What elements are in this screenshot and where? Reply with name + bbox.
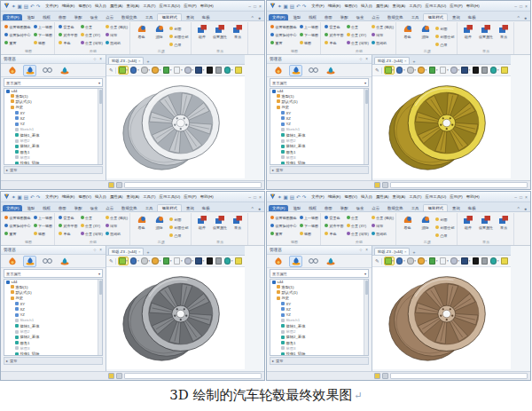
panel-pin-close-icons[interactable]: ⊹ × [359, 57, 369, 61]
open-file-icon[interactable]: ▤ [24, 194, 28, 200]
ribbon-big-button[interactable]: 消隐 [418, 23, 433, 39]
ribbon-big-button[interactable]: 设置属性 [479, 214, 494, 230]
background-black-icon[interactable] [473, 67, 480, 74]
render-display-icon[interactable]: ▾ [130, 257, 139, 265]
tree-item[interactable]: 拉伸1_切除 [270, 161, 368, 165]
ribbon-tab[interactable]: 造型 [23, 205, 38, 211]
document-tab[interactable]: 轮毂.Z3 - [s44] × [108, 57, 144, 64]
status-input-field[interactable] [124, 182, 262, 189]
new-file-icon[interactable]: ✦ [278, 194, 282, 200]
menu-item[interactable]: 文件(F) [311, 194, 324, 199]
ribbon-button[interactable]: 剖面 [435, 25, 455, 32]
shaded-display-icon[interactable]: ▾ [385, 257, 395, 265]
menu-item[interactable]: 工具(T) [143, 4, 155, 8]
ribbon-button[interactable]: 单色 [325, 39, 344, 46]
shaded-display-icon[interactable]: ▾ [119, 67, 129, 75]
ribbon-tab[interactable]: 电极 [199, 205, 214, 211]
ribbon-button[interactable]: 照相机 [106, 230, 128, 237]
ribbon-button[interactable]: 对齐平面 [59, 31, 78, 38]
help-icon[interactable]: ● [258, 206, 261, 211]
ribbon-tab[interactable]: 造型 [289, 14, 304, 20]
help-icon[interactable]: ● [524, 15, 527, 20]
menu-item[interactable]: 文件(F) [311, 4, 324, 8]
replay-bar[interactable]: ▸ 重放 [4, 357, 103, 365]
ribbon-button[interactable]: 缩放 [372, 222, 394, 229]
ribbon-button[interactable]: 全景 (缩放) [81, 230, 103, 237]
ribbon-tab[interactable]: 造型 [23, 14, 38, 20]
section-view-icon[interactable]: ▾ [163, 67, 172, 74]
visual-manager-tab-icon[interactable] [308, 66, 319, 75]
open-file-icon[interactable]: ▤ [290, 194, 294, 200]
globe-view-icon[interactable]: ▾ [490, 257, 499, 265]
ribbon-tab[interactable]: 工具 [142, 205, 157, 211]
menu-item[interactable]: 查询(A) [126, 4, 139, 8]
ribbon-tab[interactable]: 钣金 [353, 205, 368, 211]
ribbon-tab[interactable]: 数据交换 [118, 205, 141, 211]
ribbon-big-button[interactable]: 消隐 [418, 214, 433, 230]
status-filter-icon[interactable] [374, 182, 380, 188]
new-tab-icon[interactable]: + [411, 249, 417, 255]
status-filter-icon[interactable] [374, 373, 380, 379]
tree-scrollbar[interactable] [98, 89, 102, 164]
hidden-line-display-icon[interactable]: ▾ [141, 257, 150, 265]
save-icon[interactable]: ▣ [284, 4, 288, 9]
window-control-icon[interactable]: – [248, 4, 251, 9]
menu-item[interactable]: 应用工具(U) [426, 194, 447, 199]
annotation-icon[interactable]: ▾ [184, 257, 193, 265]
ribbon-tab[interactable]: 点云 [102, 205, 117, 211]
history-manager-tab-icon[interactable] [6, 66, 18, 75]
solid-manager-tab-icon[interactable] [23, 65, 36, 76]
zoom-window-icon[interactable]: ▾ [174, 257, 183, 265]
ribbon-button[interactable]: 全景 (视向) [106, 214, 128, 221]
hidden-line-display-icon[interactable]: ▾ [407, 67, 416, 74]
ribbon-button[interactable]: 设置旋转中心 [270, 222, 297, 229]
ribbon-tab[interactable]: 查询 [183, 14, 198, 20]
ribbon-button[interactable]: 全景 (视向) [372, 23, 394, 30]
model-viewport[interactable] [372, 76, 511, 178]
ribbon-big-button[interactable]: 着色 [134, 23, 149, 39]
ribbon-tab[interactable]: 查询 [449, 14, 464, 20]
ribbon-button[interactable]: 单色 [59, 39, 78, 46]
menu-item[interactable]: 应用工具(U) [160, 194, 181, 199]
redo-icon[interactable]: ↷ [36, 194, 41, 200]
ribbon-big-button[interactable]: 显示 [497, 214, 512, 230]
ribbon-big-button[interactable]: 消隐 [152, 214, 167, 230]
ribbon-button[interactable]: 下一视图 [34, 31, 53, 38]
display-mode-dropdown[interactable]: 显示属性 ▾ [4, 78, 103, 87]
ribbon-tab[interactable]: 曲面 [55, 205, 70, 211]
window-control-icon[interactable]: × [259, 194, 262, 200]
wireframe-display-icon[interactable]: ▾ [418, 257, 426, 265]
display-mode-dropdown[interactable]: 显示属性 ▾ [4, 269, 103, 278]
ribbon-button[interactable]: 凸显 [169, 232, 189, 239]
ribbon-button[interactable]: 缩放 [372, 31, 394, 38]
menu-item[interactable]: 属性(A) [376, 4, 389, 8]
history-manager-tab-icon[interactable] [272, 66, 284, 75]
collapse-ribbon-icon[interactable]: ^ [518, 206, 520, 211]
ribbon-tab[interactable]: 文件(F) [269, 14, 288, 20]
model-viewport[interactable] [106, 267, 245, 369]
history-manager-tab-icon[interactable] [272, 257, 284, 266]
tab-close-icon[interactable]: × [138, 59, 141, 63]
ribbon-tab[interactable]: 装配 [337, 14, 352, 20]
shaded-display-icon[interactable]: ▾ [385, 67, 395, 75]
model-viewport[interactable] [106, 76, 245, 178]
tree-item[interactable]: 拉伸1_切除 [270, 352, 368, 356]
menu-item[interactable]: 应用(P) [184, 4, 197, 8]
ribbon-button[interactable]: 剖面全部 [169, 224, 189, 231]
status-filter-icon[interactable] [108, 373, 114, 379]
annotation-icon[interactable]: ▾ [184, 67, 193, 74]
ribbon-tab[interactable]: 视觉样式 [423, 13, 448, 20]
history-manager-tab-icon[interactable] [6, 257, 18, 266]
menu-item[interactable]: 帮助(H) [200, 4, 214, 8]
menu-item[interactable]: 工具(T) [409, 4, 421, 8]
display-mode-dropdown[interactable]: 显示属性 ▾ [270, 78, 369, 87]
ribbon-button[interactable]: 设置旋转中心 [4, 222, 31, 229]
status-input-field[interactable] [124, 373, 262, 380]
save-icon[interactable]: ▣ [284, 194, 288, 200]
ribbon-button[interactable]: 缩放 [106, 222, 128, 229]
ribbon-button[interactable]: 设置旋转中心 [4, 31, 31, 38]
tree-scrollbar[interactable] [98, 280, 102, 355]
background-gray-icon[interactable] [215, 67, 223, 74]
status-input-field[interactable] [390, 182, 528, 189]
open-file-icon[interactable]: ▤ [290, 4, 294, 9]
